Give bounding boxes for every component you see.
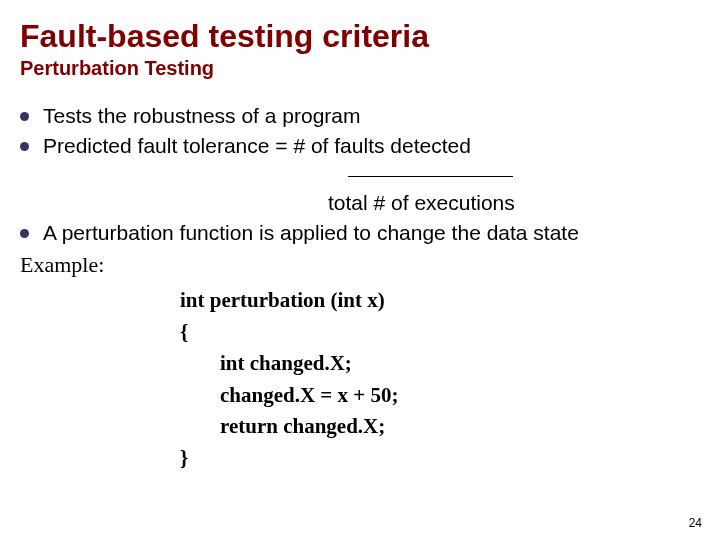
fraction-line-row — [20, 161, 700, 189]
bullet-row-3: A perturbation function is applied to ch… — [20, 219, 700, 247]
bullet-icon — [20, 142, 29, 151]
code-line-6: } — [180, 443, 700, 475]
bullet-text-2-prefix: Predicted fault tolerance = — [43, 134, 293, 157]
bullet-text-3: A perturbation function is applied to ch… — [43, 219, 700, 247]
bullet-row-2: Predicted fault tolerance = # of faults … — [20, 132, 700, 160]
code-line-2: { — [180, 317, 700, 349]
fraction-numerator: # of faults detected — [293, 134, 470, 157]
example-label: Example: — [20, 250, 700, 280]
bullet-text-2: Predicted fault tolerance = # of faults … — [43, 132, 700, 160]
bullet-text-1: Tests the robustness of a program — [43, 102, 700, 130]
slide-title: Fault-based testing criteria — [20, 18, 700, 55]
code-line-1: int perturbation (int x) — [180, 285, 700, 317]
fraction-denominator-row: total # of executions — [20, 189, 700, 217]
code-line-5: return changed.X; — [220, 411, 700, 443]
page-number: 24 — [689, 516, 702, 530]
slide-subtitle: Perturbation Testing — [20, 57, 700, 80]
body-content: Tests the robustness of a program Predic… — [20, 102, 700, 474]
code-line-3: int changed.X; — [220, 348, 700, 380]
code-block: int perturbation (int x) { int changed.X… — [180, 285, 700, 474]
fraction-denominator: total # of executions — [328, 191, 515, 214]
bullet-icon — [20, 112, 29, 121]
bullet-row-1: Tests the robustness of a program — [20, 102, 700, 130]
slide: Fault-based testing criteria Perturbatio… — [0, 0, 720, 540]
code-line-4: changed.X = x + 50; — [220, 380, 700, 412]
bullet-icon — [20, 229, 29, 238]
fraction-bar — [348, 176, 513, 177]
